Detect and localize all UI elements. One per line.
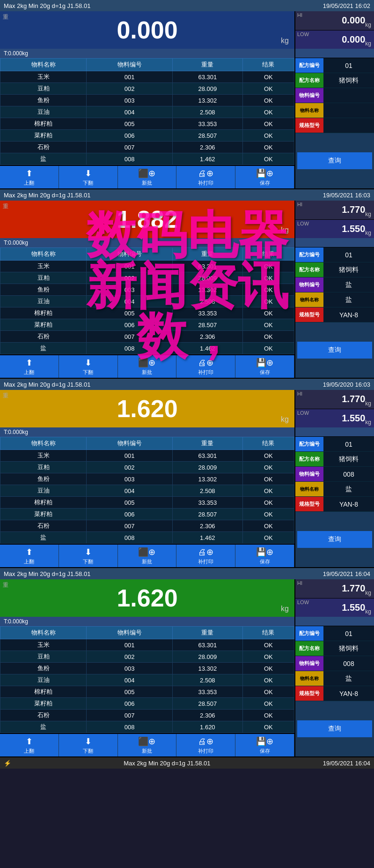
btn-save[interactable]: 💾⊕ 保存 xyxy=(235,166,294,188)
table-cell: 63.301 xyxy=(173,261,242,272)
recipe-no-value: 01 xyxy=(323,58,374,73)
weight-unit: kg xyxy=(281,37,289,45)
btn-save[interactable]: 💾⊕ 保存 xyxy=(235,545,294,567)
btn-new[interactable]: ⬛⊕ 新批 xyxy=(118,355,177,378)
btn-up[interactable]: ⬆ 上翻 xyxy=(0,734,59,756)
table-row: 鱼粉00313.302OK xyxy=(0,284,294,296)
material-name-value: 盐 xyxy=(323,292,374,307)
table-cell: 001 xyxy=(87,639,173,651)
lo-label: LOW xyxy=(297,599,309,605)
table-cell: 63.301 xyxy=(173,450,242,462)
material-no-row: 物料编号 008 xyxy=(295,467,374,482)
btn-down[interactable]: ⬇ 下翻 xyxy=(59,545,118,567)
table-cell: 003 xyxy=(87,284,173,296)
btn-new[interactable]: ⬛⊕ 新批 xyxy=(118,545,177,567)
btn-up[interactable]: ⬆ 上翻 xyxy=(0,545,59,567)
query-button[interactable]: 查询 xyxy=(297,720,372,737)
material-name-row: 物料名称 xyxy=(295,103,374,118)
table-cell: 003 xyxy=(87,95,173,106)
btn-save-label: 保存 xyxy=(260,558,270,565)
recipe-name-value: 猪饲料 xyxy=(323,641,374,656)
btn-new-label: 新批 xyxy=(142,180,152,187)
table-cell: OK xyxy=(242,462,294,473)
table-cell: 豆粕 xyxy=(0,651,87,663)
btn-save[interactable]: 💾⊕ 保存 xyxy=(235,355,294,378)
table-cell: 菜籽粕 xyxy=(0,698,87,710)
table-row: 石粉0072.306OK xyxy=(0,331,294,343)
btn-print[interactable]: 🖨⊕ 补打印 xyxy=(176,355,235,378)
net-weight: T:0.000kg xyxy=(0,238,294,247)
table-cell: OK xyxy=(242,343,294,354)
lo-label: LOW xyxy=(297,221,309,226)
table-row: 豆粕00228.009OK xyxy=(0,272,294,284)
spec-value: YAN-8 xyxy=(323,307,374,322)
btn-print[interactable]: 🖨⊕ 补打印 xyxy=(176,734,235,756)
table-cell: 003 xyxy=(87,473,173,485)
table-cell: 006 xyxy=(87,509,173,520)
main-weight: 1.620 xyxy=(117,584,177,612)
btn-new[interactable]: ⬛⊕ 新批 xyxy=(118,734,177,756)
device-info: Max 2kg Min 20g d=1g J1.58.01 xyxy=(4,570,90,577)
table-header: 物料名称 xyxy=(0,59,87,71)
table-cell: 13.302 xyxy=(173,95,242,106)
material-name-row: 物料名称 盐 xyxy=(295,671,374,686)
hi-label: HI xyxy=(297,580,302,586)
table-cell: 008 xyxy=(87,343,173,354)
table-cell: 28.507 xyxy=(173,698,242,710)
material-name-value: 盐 xyxy=(323,671,374,686)
table-cell: 63.301 xyxy=(173,71,242,83)
new-icon: ⬛⊕ xyxy=(138,358,155,368)
table-cell: OK xyxy=(242,721,294,733)
table-cell: 002 xyxy=(87,272,173,284)
btn-save-label: 保存 xyxy=(260,369,270,376)
bottom-bar: ⚡ Max 2kg Min 20g d=1g J1.58.01 19/05/20… xyxy=(0,757,374,769)
lo-label: LOW xyxy=(297,31,309,37)
right-panel: HI 0.000 kg LOW 0.000 kg xyxy=(294,11,374,188)
btn-up-label: 上翻 xyxy=(24,180,34,187)
btn-print[interactable]: 🖨⊕ 补打印 xyxy=(176,545,235,567)
table-cell: OK xyxy=(242,639,294,651)
table-cell: OK xyxy=(242,473,294,485)
btn-new[interactable]: ⬛⊕ 新批 xyxy=(118,166,177,188)
hi-label: HI xyxy=(297,391,302,397)
material-name-value: 盐 xyxy=(323,482,374,496)
btn-up[interactable]: ⬆ 上翻 xyxy=(0,355,59,378)
table-row: 棉籽粕00533.353OK xyxy=(0,118,294,130)
table-cell: 盐 xyxy=(0,721,87,733)
query-button[interactable]: 查询 xyxy=(297,531,372,548)
table-cell: 1.462 xyxy=(173,532,242,544)
weight-unit: kg xyxy=(281,415,289,424)
table-cell: OK xyxy=(242,272,294,284)
table-header: 物料编号 xyxy=(87,627,173,639)
table-row: 盐0081.462OK xyxy=(0,532,294,544)
table-cell: OK xyxy=(242,106,294,118)
query-button[interactable]: 查询 xyxy=(297,342,372,359)
lo-unit: kg xyxy=(365,40,371,47)
btn-down[interactable]: ⬇ 下翻 xyxy=(59,355,118,378)
table-cell: 28.507 xyxy=(173,509,242,520)
btn-up[interactable]: ⬆ 上翻 xyxy=(0,166,59,188)
table-cell: OK xyxy=(242,651,294,663)
table-cell: 13.302 xyxy=(173,473,242,485)
table-cell: 鱼粉 xyxy=(0,95,87,106)
query-button[interactable]: 查询 xyxy=(297,152,372,169)
btn-down[interactable]: ⬇ 下翻 xyxy=(59,734,118,756)
down-icon: ⬇ xyxy=(85,358,92,368)
table-cell: OK xyxy=(242,261,294,272)
table-row: 盐0081.462OK xyxy=(0,153,294,165)
table-cell: 棉籽粕 xyxy=(0,686,87,698)
new-icon: ⬛⊕ xyxy=(138,168,155,179)
btn-print[interactable]: 🖨⊕ 补打印 xyxy=(176,166,235,188)
material-no-label: 物料编号 xyxy=(295,467,323,481)
btn-down[interactable]: ⬇ 下翻 xyxy=(59,166,118,188)
right-panel: HI 1.770 kg LOW 1.550 kg xyxy=(294,579,374,756)
table-header: 物料编号 xyxy=(87,248,173,261)
table-cell: 棉籽粕 xyxy=(0,307,87,319)
right-panel: HI 1.770 kg LOW 1.550 kg xyxy=(294,201,374,378)
table-row: 豆粕00228.009OK xyxy=(0,462,294,473)
material-no-row: 物料编号 008 xyxy=(295,656,374,671)
table-cell: 33.353 xyxy=(173,118,242,130)
table-row: 玉米00163.301OK xyxy=(0,639,294,651)
btn-save[interactable]: 💾⊕ 保存 xyxy=(235,734,294,756)
material-no-label: 物料编号 xyxy=(295,88,323,103)
